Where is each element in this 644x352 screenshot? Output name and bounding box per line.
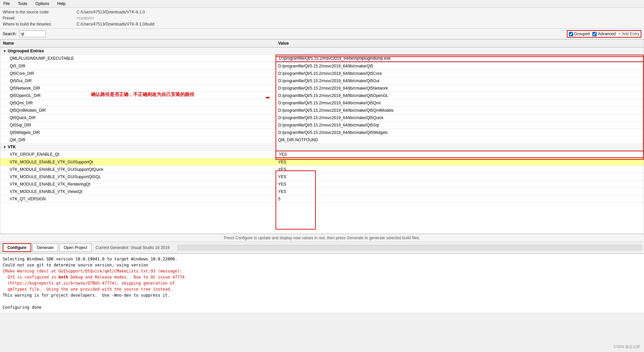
row-name: VTK_MODULE_ENABLE_VTK_GUISupportQtQuick [0,166,276,172]
generator-info: Current Generator: Visual Studio 16 2019 [96,245,170,250]
search-label: Search: [3,32,16,36]
configure-button[interactable]: Configure [3,243,31,252]
table-row[interactable]: VTK_MODULE_ENABLE_VTK_GUISupportQtSQL YE… [0,173,644,181]
row-value[interactable]: YES [276,159,644,165]
table-row[interactable]: Qt5Core_DIR D:/programfile/Qt/5.15.2/msv… [0,70,644,77]
row-value[interactable]: D:/programfile/Qt/5.15.2/msvc2019_64/lib… [276,93,644,99]
row-name: Qt5OpenGL_DIR [0,93,276,99]
row-value[interactable]: D:/programfile/Qt/5.15.2/msvc2019_64/lib… [276,122,644,128]
section-ungrouped[interactable]: ▼ Ungrouped Entries [0,48,644,55]
menu-file[interactable]: File [1,1,12,7]
row-name: Qt5Sql_DIR [0,122,276,128]
row-name: Qt5Qml_DIR [0,100,276,106]
header-info: Where is the source code: C:/Users/47513… [0,8,644,29]
log-output: Selecting Windows SDK version 10.0.19041… [0,254,644,312]
grouped-checkbox[interactable] [569,32,573,36]
table-row[interactable]: Qt5Sql_DIR D:/programfile/Qt/5.15.2/msvc… [0,121,644,129]
row-value[interactable]: YES [276,166,644,172]
main-table: Name Value ▼ Ungrouped Entries QMLPLUGIN… [0,39,644,234]
row-value[interactable]: YES [276,151,644,158]
source-label: Where is the source code: [3,10,77,14]
row-value[interactable]: D:/programfile/Qt/5.15.2/msvc2019_64/bin… [276,55,644,62]
row-value[interactable]: YES [276,189,644,195]
table-row[interactable]: Qt5OpenGL_DIR D:/programfile/Qt/5.15.2/m… [0,92,644,99]
advanced-label: Advanced [598,32,615,36]
row-value[interactable]: D:/programfile/Qt/5.15.2/msvc2019_64/lib… [276,107,644,113]
row-name: Qt5Core_DIR [0,70,276,77]
row-value[interactable]: D:/programfile/Qt/5.15.2/msvc2019_64/lib… [276,115,644,121]
table-row[interactable]: Qt5QmlModels_DIR D:/programfile/Qt/5.15.… [0,107,644,114]
row-value[interactable]: YES [276,174,644,180]
row-value[interactable]: Qt6_DIR-NOTFOUND [276,137,644,143]
table-row[interactable]: VTK_MODULE_ENABLE_VTK_GUISupportQt YES [0,158,644,166]
col-value-header: Value [278,41,641,46]
preset-value: <custom> [77,16,94,20]
advanced-checkbox[interactable] [592,32,597,36]
row-value[interactable]: D:/programfile/Qt/5.15.2/msvc2019_64/lib… [276,100,644,106]
row-name: VTK_MODULE_ENABLE_VTK_RenderingQt [0,181,276,187]
row-name: VTK_GROUP_ENABLE_Qt [0,151,276,157]
log-line: This warning is for project developers. … [3,292,641,298]
status-message: Press Configure to update and display ne… [224,236,420,240]
log-line: Could not use git to determine source ve… [3,262,641,268]
chevron-down-icon: ▼ [3,49,6,53]
advanced-checkbox-item[interactable]: Advanced [592,32,615,36]
row-name: Qt5Network_DIR [0,85,276,91]
menu-help[interactable]: Help [55,1,68,7]
row-value[interactable]: D:/programfile/Qt/5.15.2/msvc2019_64/lib… [276,63,644,69]
table-row[interactable]: Qt6_DIR Qt6_DIR-NOTFOUND [0,136,644,144]
progress-bar-area [178,245,641,250]
menu-options[interactable]: Options [33,1,51,7]
row-name: Qt5Widgets_DIR [0,130,276,136]
row-value[interactable]: D:/programfile/Qt/5.15.2/msvc2019_64/lib… [276,78,644,84]
preset-label: Preset: [3,16,77,20]
table-row[interactable]: Qt5Widgets_DIR D:/programfile/Qt/5.15.2/… [0,129,644,136]
row-name: Qt5Gui_DIR [0,78,276,84]
table-row[interactable]: Qt5Network_DIR D:/programfile/Qt/5.15.2/… [0,85,644,92]
section-vtk[interactable]: ▼ VTK [0,144,644,151]
binaries-label: Where to build the binaries: [3,22,77,27]
watermark: CSDN @点云湃 [614,344,640,349]
col-name-header: Name [3,41,278,46]
row-value[interactable]: D:/programfile/Qt/5.15.2/msvc2019_64/lib… [276,70,644,77]
log-line: qmltypes file. Using the one provided wi… [3,286,641,292]
open-project-button[interactable]: Open Project [59,244,92,252]
table-row[interactable]: Qt5Qml_DIR D:/programfile/Qt/5.15.2/msvc… [0,99,644,107]
binaries-value: C:/Users/47513/Downloads/VTK-9.1.0/build [77,22,154,27]
row-value[interactable]: D:/programfile/Qt/5.15.2/msvc2019_64/lib… [276,130,644,136]
row-value[interactable]: 5 [276,196,644,202]
log-line: Selecting Windows SDK version 10.0.19041… [3,256,641,262]
row-value[interactable]: YES [276,181,644,187]
table-row[interactable]: Qt5Gui_DIR D:/programfile/Qt/5.15.2/msvc… [0,77,644,85]
table-row[interactable]: Qt5_DIR D:/programfile/Qt/5.15.2/msvc201… [0,62,644,70]
row-name: Qt5QmlModels_DIR [0,107,276,113]
add-entry-label: + Add Entry [618,32,639,36]
search-input[interactable] [19,31,46,37]
generate-button[interactable]: Generate [33,244,58,252]
row-name: VTK_MODULE_ENABLE_VTK_GUISupportQt [0,159,276,165]
table-row[interactable]: VTK_MODULE_ENABLE_VTK_GUISupportQtQuick … [0,166,644,173]
table-row[interactable]: VTK_MODULE_ENABLE_VTK_ViewsQt YES [0,188,644,195]
search-bar: Search: Grouped Advanced + Add Entry [0,29,644,39]
log-line [3,298,641,304]
grouped-label: Grouped [574,32,590,36]
row-value[interactable]: D:/programfile/Qt/5.15.2/msvc2019_64/lib… [276,85,644,91]
log-line: CMake Warning (dev) at GUISupport/QtQuic… [3,268,641,274]
grouped-checkbox-item[interactable]: Grouped [569,32,590,36]
table-row[interactable]: Qt5Quick_DIR D:/programfile/Qt/5.15.2/ms… [0,114,644,121]
table-header: Name Value [0,40,644,48]
add-entry-button[interactable]: + Add Entry [618,32,639,36]
log-line: (https://bugreports.qt.io/browse/QTBUG-4… [3,280,641,286]
row-name: Qt6_DIR [0,137,276,143]
table-row[interactable]: QMLPLUGINDUMP_EXECUTABLE D:/programfile/… [0,55,644,62]
bottom-toolbar: Configure Generate Open Project Current … [0,242,644,254]
table-row[interactable]: VTK_QT_VERSION 5 [0,195,644,203]
log-line: Qt5 is configured in both Debug and Rele… [3,274,641,280]
source-value: C:/Users/47513/Downloads/VTK-9.1.0 [77,10,145,14]
log-both-text: both [58,275,68,280]
row-name: Qt5_DIR [0,63,276,69]
menu-tools[interactable]: Tools [16,1,29,7]
row-name: QMLPLUGINDUMP_EXECUTABLE [0,55,276,61]
table-row[interactable]: VTK_GROUP_ENABLE_Qt YES [0,151,644,158]
table-row[interactable]: VTK_MODULE_ENABLE_VTK_RenderingQt YES [0,181,644,188]
